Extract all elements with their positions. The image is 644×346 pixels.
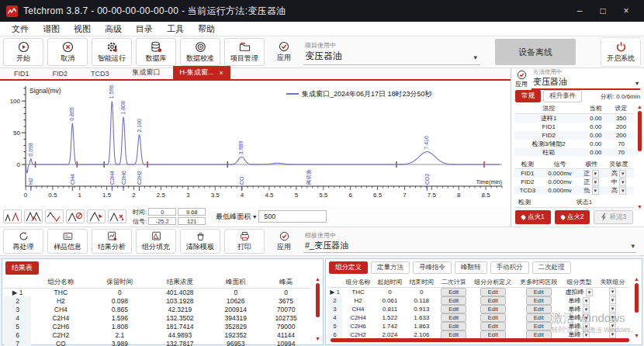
table-row[interactable]: ▶ 1THC00EditEditEdit虚拟峰 ▾▾ xyxy=(327,287,628,296)
chevron-down-icon[interactable]: ▾ xyxy=(583,323,590,330)
tab-close-icon[interactable]: × xyxy=(220,69,223,77)
table-row[interactable]: 4C2H41.5221.633EditEditEdit单峰 ▾▾ xyxy=(327,313,628,322)
time-from-input[interactable]: 0 xyxy=(148,208,176,216)
project-apply-button[interactable]: 应用 xyxy=(268,38,299,66)
chevron-down-icon[interactable]: ▾ xyxy=(583,306,590,313)
table-row[interactable]: 5C2H61.808181.741435282979000 xyxy=(4,322,311,330)
time-to-input[interactable]: 9.68 xyxy=(178,208,206,216)
bridge-current-button[interactable]: 桥流3 xyxy=(594,210,633,224)
edit-button[interactable]: Edit xyxy=(526,305,552,313)
table-row[interactable]: FID10.00200 xyxy=(514,123,634,131)
table-row[interactable]: ▶ 1THC0401.402800 xyxy=(4,288,311,296)
edit-button[interactable]: Edit xyxy=(526,313,552,322)
result-analysis-button[interactable]: 结果分析 xyxy=(92,229,132,254)
chevron-down-icon[interactable]: ▾ xyxy=(631,242,635,250)
min-peak-area-input[interactable]: 500 xyxy=(258,210,327,223)
edit-button[interactable]: Edit xyxy=(480,296,506,305)
table-row[interactable]: FID20.000mv正 ▾中 ▾ xyxy=(514,178,634,186)
table-row[interactable]: 6C2H22.144.989319235241144 xyxy=(4,330,311,339)
add-peak-icon[interactable] xyxy=(87,209,106,223)
edit-button[interactable]: Edit xyxy=(480,288,506,296)
print-button[interactable]: 打印 xyxy=(224,229,265,254)
table-row[interactable]: 2H20.0610.118EditEditEdit单峰 ▾▾ xyxy=(327,296,628,305)
menu-advanced[interactable]: 高级 xyxy=(98,23,129,35)
delete-peak-icon[interactable] xyxy=(66,209,85,223)
edit-button[interactable]: Edit xyxy=(441,288,466,296)
edit-button[interactable]: Edit xyxy=(441,305,466,313)
tab-peak-flip[interactable]: 峰翻转 xyxy=(455,261,487,274)
ignite2-button[interactable]: 点火2 xyxy=(555,210,590,224)
edit-button[interactable]: Edit xyxy=(441,313,466,322)
chevron-down-icon[interactable]: ▾ xyxy=(619,187,627,195)
edit-button[interactable]: Edit xyxy=(480,330,506,339)
chevron-down-icon[interactable]: ▾ xyxy=(619,170,627,178)
device-status-button[interactable]: 设备离线 xyxy=(495,39,576,65)
component-fill-button[interactable]: 组分填充 xyxy=(136,229,176,254)
chevron-down-icon[interactable]: ▾ xyxy=(583,297,590,305)
edit-button[interactable]: Edit xyxy=(526,322,552,330)
chromatogram-plot[interactable]: 050100Signal(mv)00.511.522.533.544.555.5… xyxy=(1,82,509,206)
table-row[interactable]: FID10.000mv正 ▾高 ▾ xyxy=(514,169,634,178)
chevron-down-icon[interactable]: ▾ xyxy=(619,178,627,186)
method-panel-scrollbar[interactable]: ▲ ▼ xyxy=(637,104,642,209)
tab-fid1[interactable]: FID1 xyxy=(3,68,40,79)
table-row[interactable]: 进样10.00350 xyxy=(514,113,634,123)
table-row[interactable]: 3CH40.8110.913EditEditEdit单峰 ▾▾ xyxy=(327,305,628,313)
close-button[interactable]: × xyxy=(615,0,638,22)
table-row[interactable]: 2H20.098103.1928106263675 xyxy=(4,296,311,305)
edit-button[interactable]: Edit xyxy=(526,330,552,339)
tab-secondary-process[interactable]: 二次处理 xyxy=(532,261,571,274)
menu-view[interactable]: 视图 xyxy=(67,23,98,35)
chevron-down-icon[interactable]: ▾ xyxy=(609,322,617,330)
tab-general[interactable]: 常规 xyxy=(515,90,541,102)
edit-button[interactable]: Edit xyxy=(480,322,506,330)
template-apply-button[interactable]: 应用 xyxy=(268,229,299,254)
table-row[interactable]: FID1未点火(未开启自动点火) xyxy=(514,207,634,209)
tab-h-integration-active[interactable]: H-集成窗... × xyxy=(173,66,230,79)
chevron-down-icon[interactable]: ▾ xyxy=(592,170,600,178)
table-row[interactable]: 检测3/辅助20.0070 xyxy=(514,140,634,148)
table-row[interactable]: 6C2H22.0242.106EditEditEdit单峰 ▾▾ xyxy=(327,330,628,339)
template-select[interactable]: 模板使用中 #_变压器油 ▾ xyxy=(303,230,636,253)
tab-temp-program[interactable]: 程升事件 xyxy=(543,90,582,102)
start-button[interactable]: 开始 xyxy=(3,38,43,66)
tab-component-define[interactable]: 组分定义 xyxy=(329,261,368,274)
smart-run-button[interactable]: 智能运行 xyxy=(92,38,132,66)
menu-file[interactable]: 文件 xyxy=(5,23,36,35)
edit-button[interactable]: Edit xyxy=(526,296,552,305)
table-row[interactable]: 3CH40.86542.321920091470070 xyxy=(4,305,311,313)
chevron-down-icon[interactable]: ▾ xyxy=(609,330,617,338)
chevron-down-icon[interactable]: ▾ xyxy=(609,296,617,304)
table-row[interactable]: FID20.00200 xyxy=(514,131,634,140)
chevron-down-icon[interactable]: ▾ xyxy=(609,305,617,313)
tab-integration-window[interactable]: 集成窗口 xyxy=(122,66,171,79)
split-peak-icon[interactable] xyxy=(3,209,22,223)
tab-fid2[interactable]: FID2 xyxy=(42,68,79,79)
edit-button[interactable]: Edit xyxy=(441,296,466,305)
sample-info-button[interactable]: 样品信息 xyxy=(47,229,88,254)
tab-tcd3[interactable]: TCD3 xyxy=(80,68,120,79)
edit-button[interactable]: Edit xyxy=(480,305,506,313)
merge-peak-icon[interactable] xyxy=(24,209,43,223)
project-select[interactable]: 项目使用中 变压器油 ▾ xyxy=(303,39,480,65)
flip-peak-icon[interactable] xyxy=(45,209,64,223)
reprocess-button[interactable]: 再处理 xyxy=(3,229,43,254)
tab-quant-method[interactable]: 定量方法 xyxy=(371,261,410,274)
chevron-down-icon[interactable]: ▾ xyxy=(473,54,477,61)
ignite1-button[interactable]: 点火1 xyxy=(515,210,551,224)
chevron-down-icon[interactable]: ▾ xyxy=(592,178,600,186)
chevron-down-icon[interactable]: ▾ xyxy=(609,313,617,321)
menu-directory[interactable]: 目录 xyxy=(129,23,160,35)
maximize-button[interactable]: □ xyxy=(591,0,615,22)
cancel-button[interactable]: 取消 xyxy=(47,38,88,66)
chevron-down-icon[interactable]: ▾ xyxy=(592,187,600,195)
tab-manual-integration[interactable]: 手动积分 xyxy=(490,261,529,274)
component-scrollbar-h[interactable] xyxy=(331,338,629,342)
project-manage-button[interactable]: 项目管理 xyxy=(224,38,265,66)
chevron-down-icon[interactable]: ▾ xyxy=(635,80,639,87)
edit-button[interactable]: Edit xyxy=(480,313,506,322)
menu-tools[interactable]: 工具 xyxy=(160,23,191,35)
edit-button[interactable]: Edit xyxy=(441,322,466,330)
chevron-down-icon[interactable]: ▾ xyxy=(609,288,617,296)
table-row[interactable]: TCD30.000mv负 ▾高 ▾ xyxy=(514,186,634,195)
